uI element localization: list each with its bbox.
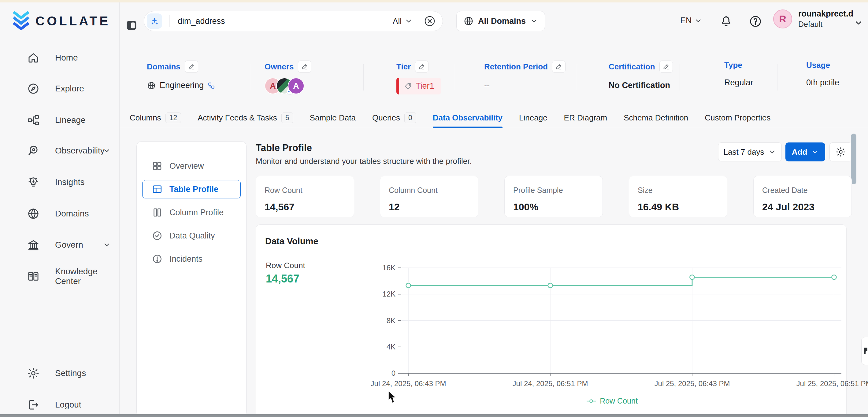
pencil-icon: [418, 63, 426, 70]
owner-avatars[interactable]: A A: [265, 78, 311, 94]
user-menu[interactable]: R rounakpreet.d Default: [773, 9, 853, 29]
tag-icon: [404, 82, 412, 90]
subnav-item-incidents[interactable]: Incidents: [142, 250, 241, 268]
edit-retention-button[interactable]: [552, 61, 565, 73]
chart-title: Data Volume: [265, 236, 318, 247]
mouse-cursor: [388, 391, 398, 404]
sidebar-label: Domains: [55, 209, 89, 219]
time-range-value: Last 7 days: [724, 147, 764, 157]
tab-er-diagram[interactable]: ER Diagram: [564, 107, 608, 128]
sidebar-item-observability[interactable]: Observability: [0, 142, 119, 160]
meta-certification: Certification No Certification: [609, 61, 673, 90]
language-dropdown[interactable]: EN: [680, 16, 702, 25]
sidebar-item-knowledge-center[interactable]: Knowledge Center: [0, 267, 119, 285]
sidebar-collapse-button[interactable]: [124, 18, 138, 32]
tab-lineage[interactable]: Lineage: [519, 107, 548, 128]
sidebar-item-govern[interactable]: Govern: [0, 236, 119, 254]
columns-icon: [152, 207, 163, 218]
edit-domains-button[interactable]: [185, 61, 198, 73]
meta-label[interactable]: Retention Period: [484, 62, 548, 71]
chevron-down-icon: [405, 17, 412, 25]
subnav-label: Overview: [169, 161, 204, 171]
check-circle-icon: [152, 230, 163, 241]
subnav-item-column-profile[interactable]: Column Profile: [142, 203, 241, 222]
entity-tabs: Columns12 Activity Feeds & Tasks5 Sample…: [120, 107, 868, 128]
divider: [777, 64, 777, 91]
edit-tier-button[interactable]: [415, 61, 429, 73]
sidebar-label: Observability: [55, 146, 104, 156]
subnav-label: Table Profile: [169, 185, 218, 194]
tab-data-observability[interactable]: Data Observability: [433, 107, 502, 128]
svg-text:8K: 8K: [386, 316, 396, 325]
tab-schema-definition[interactable]: Schema Definition: [624, 107, 688, 128]
tab-count-badge: 12: [165, 113, 181, 123]
certification-value: No Certification: [609, 81, 670, 90]
sidebar-label: Knowledge Center: [55, 266, 119, 286]
sidebar-item-insights[interactable]: Insights: [0, 173, 119, 191]
tab-queries[interactable]: Queries0: [372, 107, 416, 128]
meta-label[interactable]: Certification: [609, 62, 655, 71]
tier-badge[interactable]: Tier1: [396, 78, 441, 94]
meta-label[interactable]: Tier: [396, 62, 411, 71]
tab-activity-feeds[interactable]: Activity Feeds & Tasks5: [197, 107, 293, 128]
tab-sample-data[interactable]: Sample Data: [310, 107, 356, 128]
meta-label[interactable]: Owners: [265, 62, 293, 71]
tab-count-badge: 0: [404, 113, 416, 123]
link-icon: [207, 82, 215, 90]
stat-profile-sample: Profile Sample100%: [504, 176, 603, 217]
search-input[interactable]: dim_address: [169, 15, 393, 27]
sidebar-item-settings[interactable]: Settings: [0, 364, 119, 382]
search-scope-dropdown[interactable]: All: [393, 17, 412, 26]
alert-circle-icon: [152, 253, 163, 264]
search-clear-icon[interactable]: [424, 15, 436, 27]
notifications-bell-icon[interactable]: [719, 15, 733, 28]
user-workspace: Default: [798, 20, 853, 29]
observability-icon: [27, 144, 40, 157]
meta-type: Type Regular: [724, 61, 753, 88]
floating-widget-cutoff[interactable]: [861, 337, 868, 365]
help-icon[interactable]: [749, 15, 762, 28]
subnav-item-table-profile[interactable]: Table Profile: [142, 180, 241, 198]
add-button[interactable]: Add: [785, 142, 825, 161]
chevron-down-icon: [811, 148, 819, 156]
sidebar-item-explore[interactable]: Explore: [0, 80, 119, 98]
domains-filter-dropdown[interactable]: All Domains: [456, 11, 545, 31]
chart-legend[interactable]: Row Count: [373, 396, 850, 406]
bank-icon: [27, 238, 40, 251]
ai-sparkle-icon: [147, 13, 162, 29]
svg-text:Jul 24, 2025, 06:43 PM: Jul 24, 2025, 06:43 PM: [371, 379, 446, 388]
page-title: Table Profile: [256, 142, 312, 154]
sidebar-item-domains[interactable]: Domains: [0, 205, 119, 223]
scrollbar[interactable]: [851, 134, 857, 184]
domain-value[interactable]: Engineering: [160, 81, 204, 90]
svg-text:Jul 24, 2025, 06:51 PM: Jul 24, 2025, 06:51 PM: [513, 379, 588, 388]
edit-owners-button[interactable]: [298, 61, 311, 73]
subnav-item-overview[interactable]: Overview: [142, 157, 241, 175]
profiler-settings-button[interactable]: [830, 142, 852, 161]
sidebar-item-logout[interactable]: Logout: [0, 396, 119, 414]
sidebar-item-lineage[interactable]: Lineage: [0, 111, 119, 129]
time-range-dropdown[interactable]: Last 7 days: [718, 142, 782, 161]
sidebar: COLLATE Home Explore Lineage Observabili…: [0, 2, 120, 414]
sidebar-label: Lineage: [55, 115, 86, 125]
global-search-bar[interactable]: dim_address All: [144, 11, 443, 31]
chevron-down-icon[interactable]: [854, 18, 863, 28]
row-count-line-chart[interactable]: 04K8K12K16KJul 24, 2025, 06:43 PMJul 24,…: [373, 254, 850, 395]
collate-logo[interactable]: COLLATE: [11, 11, 110, 31]
chart-metric-value: 14,567: [266, 272, 300, 285]
avatar: R: [773, 9, 792, 28]
meta-label[interactable]: Domains: [147, 62, 181, 71]
svg-text:12K: 12K: [382, 290, 396, 298]
tab-custom-properties[interactable]: Custom Properties: [705, 107, 770, 128]
sidebar-label: Settings: [55, 368, 86, 378]
tab-columns[interactable]: Columns12: [130, 107, 181, 128]
sidebar-item-home[interactable]: Home: [0, 49, 119, 67]
subnav-item-data-quality[interactable]: Data Quality: [142, 227, 241, 245]
edit-certification-button[interactable]: [659, 61, 673, 73]
gear-icon: [27, 367, 40, 380]
table-icon: [152, 184, 163, 195]
add-button-label: Add: [792, 147, 807, 157]
chevron-down-icon: [530, 17, 538, 25]
meta-retention: Retention Period --: [484, 61, 565, 90]
stat-size: Size16.49 KB: [629, 176, 727, 217]
